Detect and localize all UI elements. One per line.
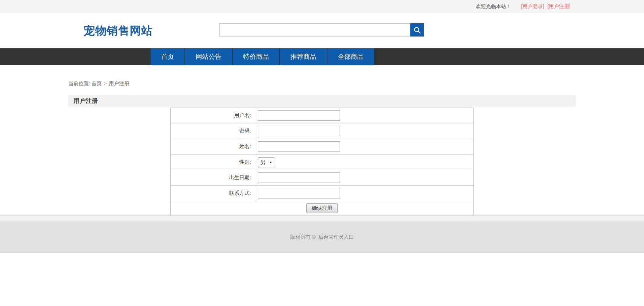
site-logo: 宠物销售网站 [84, 23, 153, 38]
register-link[interactable]: [用户注册] [548, 3, 571, 9]
contact-input[interactable] [258, 188, 340, 198]
birthdate-label: 出生日期: [171, 170, 255, 185]
breadcrumb-separator: > [104, 80, 107, 86]
form-row-name: 姓名: [171, 139, 473, 155]
admin-entry-link[interactable]: 后台管理员入口 [318, 234, 354, 240]
breadcrumb-prefix: 当前位置: [68, 80, 90, 86]
username-input[interactable] [258, 110, 340, 121]
footer-main: 版权所有 © 后台管理员入口 [0, 221, 644, 253]
name-label: 姓名: [171, 139, 255, 154]
nav-item-home[interactable]: 首页 [151, 48, 185, 65]
breadcrumb-current: 用户注册 [109, 80, 129, 86]
nav-item-announcements[interactable]: 网站公告 [185, 48, 232, 65]
form-row-gender: 性别: 男 ▼ [171, 155, 473, 170]
password-input[interactable] [258, 126, 340, 136]
nav-item-recommended[interactable]: 推荐商品 [280, 48, 327, 65]
name-input[interactable] [258, 141, 340, 152]
gender-select-wrap: 男 ▼ [258, 157, 274, 167]
nav-item-special-offers[interactable]: 特价商品 [233, 48, 279, 65]
contact-label: 联系方式: [171, 186, 255, 201]
main-content: 当前位置: 首页 > 用户注册 用户注册 用户名: 密码: 姓名: [0, 80, 644, 215]
section-header: 用户注册 [68, 95, 576, 107]
breadcrumb: 当前位置: 首页 > 用户注册 [68, 80, 576, 87]
form-row-password: 密码: [171, 123, 473, 139]
search-bar [219, 23, 424, 37]
main-nav: 首页 网站公告 特价商品 推荐商品 全部商品 [0, 48, 644, 65]
registration-form: 用户名: 密码: 姓名: 性别: [170, 108, 474, 215]
search-icon [413, 26, 421, 34]
login-link[interactable]: [用户登录] [521, 3, 544, 9]
footer-strip [0, 215, 644, 221]
birthdate-input[interactable] [258, 172, 340, 183]
gender-select[interactable]: 男 [258, 157, 274, 167]
form-row-contact: 联系方式: [171, 186, 473, 201]
form-row-birthdate: 出生日期: [171, 170, 473, 186]
form-row-username: 用户名: [171, 108, 473, 123]
page-title: 用户注册 [73, 97, 98, 104]
site-header: 宠物销售网站 [0, 13, 644, 48]
search-button[interactable] [410, 23, 424, 37]
topbar: 欢迎光临本站！ [用户登录] [用户注册] [0, 0, 644, 13]
password-label: 密码: [171, 123, 255, 139]
form-row-submit: 确认注册 [171, 201, 473, 215]
confirm-register-button[interactable]: 确认注册 [306, 203, 338, 213]
breadcrumb-home-link[interactable]: 首页 [91, 80, 102, 86]
nav-item-all-products[interactable]: 全部商品 [327, 48, 374, 65]
welcome-text: 欢迎光临本站！ [476, 3, 511, 9]
search-input[interactable] [219, 23, 410, 37]
copyright-text: 版权所有 © [290, 234, 316, 240]
username-label: 用户名: [171, 108, 255, 123]
page-bottom-space [0, 253, 644, 303]
gender-label: 性别: [171, 155, 255, 170]
footer: 版权所有 © 后台管理员入口 [0, 215, 644, 303]
